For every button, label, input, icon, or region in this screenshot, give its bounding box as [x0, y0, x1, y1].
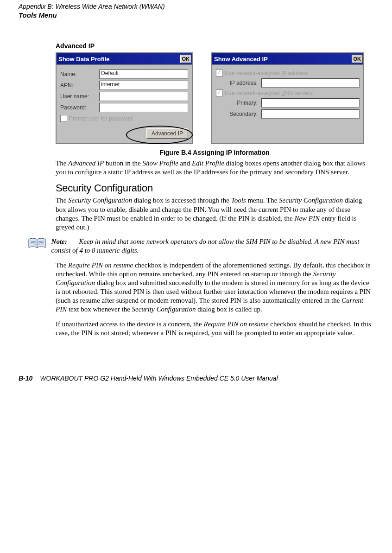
- txt: If unauthorized access to the device is …: [56, 320, 203, 328]
- apn-field[interactable]: internet: [99, 81, 188, 90]
- advanced-ip-button[interactable]: Advanced IP: [146, 128, 188, 139]
- screenshot-row: Show Data Profile OK Name: Default APN: …: [56, 52, 373, 144]
- name-field[interactable]: Default: [99, 70, 188, 79]
- password-label: Password:: [60, 104, 99, 111]
- titlebar: Show Data Profile OK: [57, 53, 192, 65]
- use-ip-rest: P address: [283, 70, 308, 76]
- manual-title: WORKABOUT PRO G2 Hand-Held With Windows …: [40, 375, 278, 382]
- name-label: Name:: [60, 71, 99, 77]
- book-icon: [28, 237, 47, 252]
- txt: The: [56, 159, 68, 167]
- figure-caption: Figure B.4 Assigning IP Information: [56, 149, 373, 156]
- txt-italic: Advanced IP: [68, 159, 104, 167]
- txt-italic: Require PIN on resume: [203, 320, 268, 328]
- page-number: B-10: [19, 375, 32, 382]
- txt: button in the: [104, 159, 142, 167]
- use-dns-prefix: Use network-assigned: [225, 90, 281, 96]
- advanced-ip-rest: dvanced IP: [155, 130, 183, 137]
- txt-italic: Show Profile: [142, 159, 178, 167]
- txt: menu. The: [246, 197, 279, 204]
- prompt-password-checkbox[interactable]: [60, 115, 67, 122]
- advanced-ip-underline: A: [152, 130, 155, 137]
- header-appendix: Appendix B: Wireless Wide Area Network (…: [19, 3, 373, 10]
- show-data-profile-window: Show Data Profile OK Name: Default APN: …: [56, 52, 193, 144]
- txt: dialog box is called up.: [196, 305, 262, 313]
- txt: The: [56, 197, 68, 204]
- txt-italic: New PIN: [294, 215, 320, 222]
- txt-italic: Security Configuration: [279, 197, 343, 204]
- txt-italic: Tools: [231, 197, 246, 204]
- txt-italic: Require PIN on resume: [68, 261, 133, 269]
- ok-button[interactable]: OK: [180, 55, 192, 63]
- secondary-dns-field[interactable]: [261, 109, 360, 119]
- password-field[interactable]: [99, 103, 188, 112]
- use-ip-prefix: Use network-assigned: [225, 70, 281, 76]
- txt-italic: Security Configuration: [68, 197, 132, 204]
- paragraph-unauthorized: If unauthorized access to the device is …: [56, 320, 373, 337]
- txt: text box whenever the: [67, 305, 132, 313]
- txt: and: [178, 159, 192, 167]
- use-network-ip-label: Use network-assigned IP address: [225, 70, 308, 76]
- use-dns-rest: NS servers: [285, 90, 313, 96]
- txt: The: [56, 261, 68, 269]
- txt-italic: Security Configuration: [132, 305, 196, 313]
- advanced-ip-heading: Advanced IP: [56, 42, 373, 50]
- prompt-password-label: Prompt user for password: [69, 115, 133, 122]
- use-network-dns-label: Use network-assigned DNS servers: [225, 90, 313, 96]
- titlebar: Show Advanced IP OK: [212, 53, 363, 65]
- note-label: Note:: [51, 237, 77, 246]
- ip-address-label: IP address:: [216, 80, 261, 86]
- use-network-ip-checkbox[interactable]: [216, 70, 223, 76]
- user-name-field[interactable]: [99, 92, 188, 101]
- user-name-label: User name:: [60, 93, 99, 100]
- paragraph-advanced-ip: The Advanced IP button in the Show Profi…: [56, 159, 373, 177]
- primary-dns-label: Primary:: [216, 100, 261, 106]
- ip-address-field[interactable]: [261, 78, 360, 88]
- use-dns-underline: D: [281, 90, 285, 96]
- txt-italic: Edit Profile: [192, 159, 224, 167]
- note-text: Keep in mind that some network operators…: [51, 238, 360, 254]
- show-advanced-ip-window: Show Advanced IP OK Use network-assigned…: [211, 52, 364, 144]
- note-block: Note: Keep in mind that some network ope…: [28, 237, 373, 255]
- apn-label: APN:: [60, 82, 99, 89]
- security-configuration-heading: Security Configuration: [56, 182, 373, 194]
- footer: B-10 WORKABOUT PRO G2 Hand-Held With Win…: [19, 375, 373, 382]
- primary-dns-field[interactable]: [261, 98, 360, 108]
- window-title: Show Advanced IP: [214, 56, 268, 63]
- ok-button[interactable]: OK: [352, 55, 363, 63]
- paragraph-security-config: The Security Configuration dialog box is…: [56, 196, 373, 232]
- header-section: Tools Menu: [19, 11, 373, 19]
- window-title: Show Data Profile: [58, 56, 110, 63]
- secondary-dns-label: Secondary:: [216, 111, 261, 117]
- txt: dialog box and submitted successfully to…: [56, 279, 371, 304]
- txt: dialog box is accessed through the: [132, 197, 231, 204]
- paragraph-require-pin: The Require PIN on resume checkbox is in…: [56, 261, 373, 314]
- use-network-dns-checkbox[interactable]: [216, 89, 223, 96]
